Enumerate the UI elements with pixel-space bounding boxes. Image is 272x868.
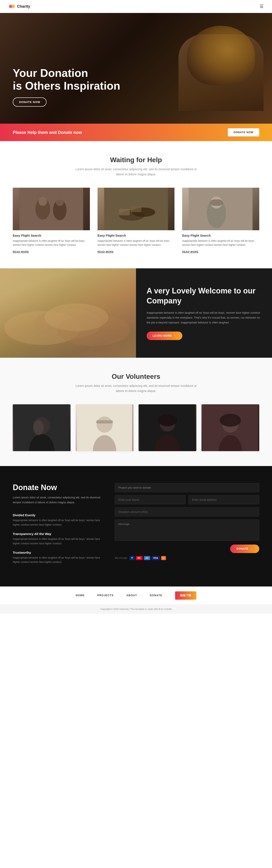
paypal-icon: P: [130, 556, 135, 560]
footer-nav: HOME PROJECTS ABOUT DONATE 模板下载: [0, 586, 272, 604]
card-image-shoes: [98, 188, 175, 230]
hero-cta-button[interactable]: DONATE NOW: [13, 97, 46, 106]
card-3-link[interactable]: READ MORE: [182, 250, 198, 253]
feature-text-1: Inappropriate behavior is often laughed …: [13, 518, 102, 527]
svg-rect-27: [96, 420, 113, 424]
svg-point-19: [45, 304, 108, 331]
svg-rect-10: [119, 209, 130, 215]
card-2-text: Inappropriate behavior is often laughed …: [98, 239, 175, 247]
volunteer-image-1: [13, 404, 71, 451]
mastercard-icon: MC: [136, 556, 143, 560]
waiting-card-1: Easy Flight Search Inappropriate behavio…: [13, 188, 90, 253]
arrow-icon: →: [174, 334, 176, 337]
payment-row: We Accept: P MC AX VISA D: [115, 556, 259, 560]
name-input[interactable]: [115, 495, 185, 504]
welcome-text: Inappropriate behavior is often laughed …: [147, 310, 261, 325]
banner-text: Please Help them and Donate now: [13, 130, 82, 135]
card-2-title: Easy Flight Search: [98, 234, 175, 237]
volunteer-card-1: [13, 404, 71, 451]
hero-title: Your Donation is Others Inspiration: [13, 67, 120, 92]
email-input[interactable]: [189, 495, 259, 504]
donate-left-panel: Donate Now Lorem ipsum dolor sit amet, c…: [13, 483, 102, 569]
logo-text: Charity: [17, 4, 30, 9]
project-select-group: Project you want to donate: [115, 483, 259, 492]
bottom-bar: Copyright © 2018 reserved | This templat…: [0, 604, 272, 614]
feature-item-1: Divided Evenly Inappropriate behavior is…: [13, 513, 102, 527]
waiting-subtitle: Lorem ipsum dolor sit amet, consectetur …: [72, 167, 200, 177]
waiting-title: Waiting for Help: [13, 156, 259, 164]
donate-dark-section: Donate Now Lorem ipsum dolor sit amet, c…: [0, 466, 272, 586]
donate-banner: Please Help them and Donate now DONATE N…: [0, 124, 272, 141]
feature-text-2: Inappropriate behavior is often laughed …: [13, 537, 102, 546]
feature-title-1: Divided Evenly: [13, 513, 102, 517]
donate-section-subtitle: Lorem ipsum dolor sit amet, consectetur …: [13, 495, 102, 505]
svg-point-26: [97, 416, 113, 433]
svg-point-4: [38, 197, 47, 206]
svg-point-35: [220, 414, 241, 427]
svg-point-23: [33, 420, 44, 435]
card-image-elder: [182, 188, 259, 230]
volunteers-title: Our Volunteers: [13, 373, 259, 380]
submit-arrow-icon: →: [250, 547, 253, 550]
volunteer-card-4: [201, 404, 259, 451]
hamburger-icon[interactable]: ☰: [260, 4, 264, 9]
hero-content: Your Donation is Others Inspiration DONA…: [0, 67, 133, 124]
card-3-text: Inappropriate behavior is often laughed …: [182, 239, 259, 247]
volunteer-card-2: [76, 404, 133, 451]
svg-rect-15: [210, 199, 223, 206]
volunteer-image-3: [139, 404, 196, 451]
waiting-card-2: Easy Flight Search Inappropriate behavio…: [98, 188, 175, 253]
feature-item-2: Transparency All the Way Inappropriate b…: [13, 532, 102, 546]
card-1-title: Easy Flight Search: [13, 234, 90, 237]
hero-title-line1: Your Donation: [13, 67, 88, 79]
card-1-text: Inappropriate behavior is often laughed …: [13, 239, 90, 247]
footer-link-about[interactable]: ABOUT: [127, 594, 137, 597]
footer-donate-button[interactable]: 模板下载: [175, 591, 196, 600]
hero-coins-image: [187, 26, 255, 85]
welcome-content: A very Lovely Welcome to our Company Ina…: [136, 268, 272, 358]
card-image-children: [13, 188, 90, 230]
learn-more-label: LEARN MORE: [152, 334, 172, 337]
waiting-cards-grid: Easy Flight Search Inappropriate behavio…: [13, 188, 259, 253]
amount-group: [115, 507, 259, 517]
hero-title-line2: is Others Inspiration: [13, 80, 120, 92]
payment-icons: P MC AX VISA D: [130, 556, 166, 560]
message-textarea[interactable]: [115, 520, 259, 541]
volunteers-subtitle: Lorem ipsum dolor sit amet, consectetur …: [72, 383, 200, 394]
feature-title-3: Trustworthy: [13, 551, 102, 554]
welcome-title: A very Lovely Welcome to our Company: [147, 286, 261, 306]
card-3-title: Easy Flight Search: [182, 234, 259, 237]
learn-more-button[interactable]: LEARN MORE →: [147, 332, 182, 340]
donate-section-title: Donate Now: [13, 483, 102, 492]
project-select[interactable]: Project you want to donate: [115, 483, 259, 492]
copyright-text: Copyright © 2018 reserved | This templat…: [100, 608, 171, 610]
feature-title-2: Transparency All the Way: [13, 532, 102, 536]
visa-icon: VISA: [151, 556, 160, 560]
volunteers-grid: [13, 404, 259, 451]
welcome-section: A very Lovely Welcome to our Company Ina…: [0, 268, 272, 358]
svg-point-1: [11, 5, 15, 8]
amex-icon: AX: [144, 556, 150, 560]
volunteer-image-4: [201, 404, 259, 451]
volunteers-section: Our Volunteers Lorem ipsum dolor sit ame…: [0, 358, 272, 466]
donate-dark-inner: Donate Now Lorem ipsum dolor sit amet, c…: [13, 483, 259, 569]
footer-link-home[interactable]: HOME: [76, 594, 84, 597]
svg-rect-11: [131, 206, 141, 212]
amount-input[interactable]: [115, 507, 259, 517]
donate-submit-label: DONATE: [237, 547, 248, 550]
footer: HOME PROJECTS ABOUT DONATE 模板下载 Copyrigh…: [0, 586, 272, 614]
footer-link-donate[interactable]: DONATE: [150, 594, 162, 597]
card-1-link[interactable]: READ MORE: [13, 250, 29, 253]
footer-link-projects[interactable]: PROJECTS: [97, 594, 114, 597]
logo-icon: [8, 3, 15, 10]
hero-section: Your Donation is Others Inspiration DONA…: [0, 13, 272, 124]
banner-donate-button[interactable]: DONATE NOW: [228, 128, 259, 136]
discover-icon: D: [161, 556, 166, 560]
message-group: [115, 520, 259, 541]
logo: Charity: [8, 3, 30, 10]
feature-text-3: Inappropriate behavior is often laughed …: [13, 556, 102, 564]
donate-submit-button[interactable]: DONATE →: [230, 545, 259, 553]
welcome-image: [0, 268, 136, 358]
svg-rect-2: [19, 188, 83, 230]
card-2-link[interactable]: READ MORE: [98, 250, 114, 253]
